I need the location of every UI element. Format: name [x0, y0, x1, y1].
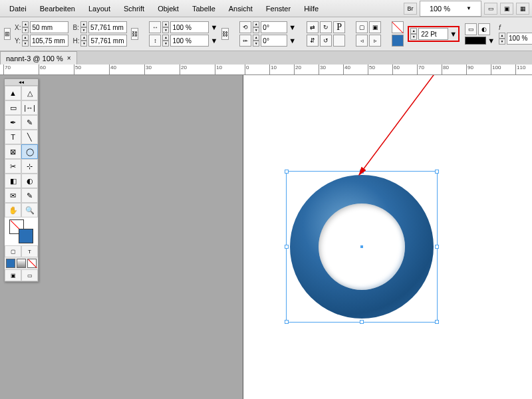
rectangle-frame-tool[interactable]: ⊠: [5, 144, 21, 159]
horizontal-ruler: 706050403020100102030405060708090100110: [0, 65, 532, 75]
w-input[interactable]: 57,761 mm: [88, 21, 127, 33]
fill-color-icon[interactable]: [392, 35, 404, 47]
tools-panel: ◂◂ ▲ △ ▭ |↔| ✒ ✎ T ╲ ⊠ ◯ ✂ ⊹ ◧ ◐ ✉ ✎ ✋ 🔍…: [4, 78, 39, 282]
ruler-tick: 80: [442, 65, 449, 75]
free-transform-tool[interactable]: ⊹: [21, 159, 38, 174]
h-input[interactable]: 57,761 mm: [88, 35, 127, 47]
menu-layout[interactable]: Layout: [82, 2, 117, 15]
x-input[interactable]: 50 mm: [30, 21, 68, 33]
menu-hilfe[interactable]: Hilfe: [297, 2, 325, 15]
ruler-tick: 50: [74, 65, 81, 75]
opacity-input[interactable]: 100 %: [507, 33, 532, 45]
selection-tool[interactable]: ▲: [5, 86, 21, 100]
arrange-icon[interactable]: ▣: [500, 3, 513, 15]
stroke-weight-highlight: ▲▼ 22 Pt ▼: [408, 26, 460, 42]
swatch-row: [5, 257, 38, 269]
canvas-area: ◂◂ ▲ △ ▭ |↔| ✒ ✎ T ╲ ⊠ ◯ ✂ ⊹ ◧ ◐ ✉ ✎ ✋ 🔍…: [0, 75, 532, 399]
select-content-icon[interactable]: ▣: [369, 21, 381, 33]
type-tool[interactable]: T: [5, 130, 21, 144]
fill-stroke-proxy[interactable]: [5, 217, 38, 245]
ruler-tick: 20: [180, 65, 187, 75]
ellipse-tool[interactable]: ◯: [21, 144, 38, 159]
y-input[interactable]: 105,75 mm: [30, 35, 68, 47]
zoom-tool[interactable]: 🔍: [21, 203, 38, 217]
menu-bearbeiten[interactable]: Bearbeiten: [33, 2, 82, 15]
reference-point-icon[interactable]: ⊞: [4, 28, 11, 40]
ruler-tick: 10: [269, 65, 277, 75]
ruler-tick: 10: [215, 65, 222, 75]
menu-fenster[interactable]: Fenster: [259, 2, 297, 15]
swatch-3[interactable]: [27, 259, 37, 268]
view-mode-normal-icon[interactable]: ▣: [5, 269, 21, 281]
menu-schrift[interactable]: Schrift: [117, 2, 151, 15]
page-tool[interactable]: ▭: [5, 100, 21, 115]
bridge-icon[interactable]: Br: [404, 3, 417, 15]
menu-tabelle[interactable]: Tabelle: [186, 2, 222, 15]
ruler-tick: 30: [319, 65, 326, 75]
page[interactable]: [243, 75, 532, 399]
zoom-level[interactable]: 100 %▼: [420, 1, 481, 17]
hand-tool[interactable]: ✋: [5, 203, 21, 217]
rotate-ccw-icon[interactable]: ↺: [320, 35, 332, 47]
panel-collapse-icon[interactable]: ◂◂: [5, 79, 38, 86]
eyedropper-tool[interactable]: ✎: [21, 188, 38, 203]
note-tool[interactable]: ✉: [5, 188, 21, 203]
gap-tool[interactable]: |↔|: [21, 100, 38, 115]
select-next-icon[interactable]: ▹: [369, 35, 381, 47]
flip-v-icon[interactable]: ⇵: [307, 35, 319, 47]
direct-selection-tool[interactable]: △: [21, 86, 38, 100]
rotate-cw-icon[interactable]: ↻: [320, 21, 332, 33]
scale-x-input[interactable]: 100 %: [170, 21, 209, 33]
effects-icon[interactable]: ▭: [465, 23, 477, 35]
menu-bar: Datei Bearbeiten Layout Schrift Objekt T…: [0, 0, 532, 17]
ruler-tick: 70: [3, 65, 11, 75]
screen-mode-icon[interactable]: ▭: [484, 3, 497, 15]
fill-none-icon[interactable]: [392, 21, 404, 33]
tab-title: nannt-3 @ 100 %: [6, 55, 63, 63]
rotate-icon: ⟲: [239, 21, 251, 33]
document-tab[interactable]: nannt-3 @ 100 % ×: [0, 51, 77, 65]
ruler-tick: 70: [417, 65, 424, 75]
constrain-scale-icon[interactable]: ⛓: [221, 28, 229, 40]
char-p-icon: P: [333, 21, 345, 33]
stroke-color-bar[interactable]: [465, 37, 486, 45]
x-label: X:: [15, 24, 21, 31]
swatch-2[interactable]: [17, 259, 26, 268]
select-prev-icon[interactable]: ◃: [356, 35, 368, 47]
gradient-feather-tool[interactable]: ◐: [21, 174, 38, 188]
menu-objekt[interactable]: Objekt: [151, 2, 186, 15]
document-tab-bar: nannt-3 @ 100 % ×: [0, 51, 532, 65]
stroke-weight-input[interactable]: 22 Pt: [418, 28, 448, 40]
ruler-tick: 40: [109, 65, 116, 75]
view-options-icon[interactable]: ▦: [516, 3, 529, 15]
select-container-icon[interactable]: ▢: [356, 21, 368, 33]
menu-ansicht[interactable]: Ansicht: [222, 2, 259, 15]
ruler-tick: 60: [39, 65, 46, 75]
scissors-tool[interactable]: ✂: [5, 159, 21, 174]
scale-y-icon: ↕: [149, 35, 161, 47]
pen-tool[interactable]: ✒: [5, 115, 21, 130]
menu-datei[interactable]: Datei: [3, 2, 33, 15]
shear-input[interactable]: 0°: [261, 35, 287, 47]
rotate-input[interactable]: 0°: [261, 21, 287, 33]
swatch-1[interactable]: [6, 259, 15, 268]
control-toolbar: ⊞ X:▲▼50 mm Y:▲▼105,75 mm B:▲▼57,761 mm …: [0, 17, 532, 51]
tab-close-icon[interactable]: ×: [67, 55, 71, 62]
ruler-tick: 100: [491, 65, 501, 75]
selection-bounds: [286, 171, 438, 323]
y-label: Y:: [15, 37, 21, 45]
line-tool[interactable]: ╲: [21, 130, 38, 144]
constrain-wh-icon[interactable]: ⛓: [131, 28, 138, 40]
ruler-tick: 30: [144, 65, 152, 75]
gradient-swatch-tool[interactable]: ◧: [5, 174, 21, 188]
pencil-tool[interactable]: ✎: [21, 115, 38, 130]
formatting-container-icon[interactable]: ▢: [5, 245, 21, 257]
scale-y-input[interactable]: 100 %: [170, 35, 209, 47]
view-mode-preview-icon[interactable]: ▭: [21, 269, 38, 281]
scale-x-icon: ↔: [149, 21, 161, 33]
ruler-tick: 50: [368, 65, 375, 75]
ruler-tick: 40: [343, 65, 350, 75]
wrap-icon[interactable]: ◐: [478, 23, 490, 35]
flip-h-icon[interactable]: ⇄: [307, 21, 319, 33]
formatting-text-icon[interactable]: T: [21, 245, 38, 257]
